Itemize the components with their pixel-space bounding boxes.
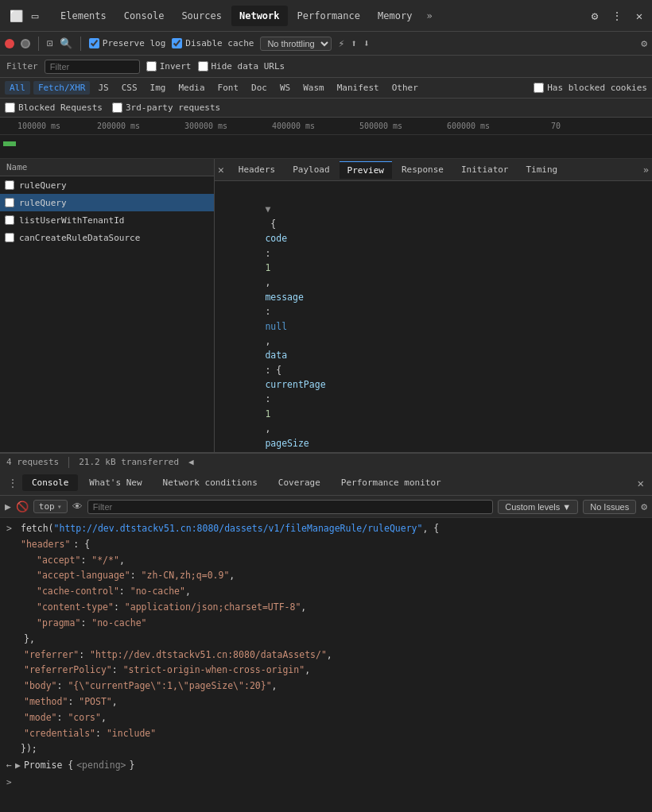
preview-panel: ✕ Headers Payload Preview Response Initi… (215, 159, 652, 452)
type-btn-css[interactable]: CSS (117, 81, 142, 95)
console-tab-bar: ⋮ Console What's New Network conditions … (0, 470, 652, 496)
network-settings-icon[interactable]: ⚙ (641, 37, 647, 49)
console-tab-network-conditions[interactable]: Network conditions (153, 474, 267, 491)
request-item-1[interactable]: ruleQuery (0, 176, 214, 194)
console-tab-whats-new[interactable]: What's New (80, 474, 151, 491)
search-icon[interactable]: 🔍 (60, 37, 72, 49)
throttle-select[interactable]: No throttling (260, 37, 332, 51)
tab-initiator[interactable]: Initiator (453, 161, 517, 178)
settings-icon[interactable]: ⚙ (587, 8, 603, 24)
has-blocked-cookies-label[interactable]: Has blocked cookies (534, 83, 647, 93)
type-btn-doc[interactable]: Doc (246, 81, 272, 95)
type-btn-ws[interactable]: WS (275, 81, 295, 95)
filter-icon[interactable]: ⊡ (47, 37, 53, 49)
tab-preview[interactable]: Preview (340, 161, 392, 179)
type-btn-wasm[interactable]: Wasm (298, 81, 329, 95)
no-issues-button[interactable]: No Issues (583, 500, 636, 514)
console-play-icon[interactable]: ▶ (5, 501, 11, 512)
tab-sources[interactable]: Sources (173, 6, 230, 26)
request-item-4[interactable]: canCreateRuleDataSource (0, 229, 214, 246)
tab-payload[interactable]: Payload (285, 161, 337, 178)
filter-input[interactable] (45, 60, 140, 74)
console-settings-icon[interactable]: ⚙ (641, 501, 647, 512)
console-ban-icon[interactable]: 🚫 (16, 501, 29, 512)
type-btn-manifest[interactable]: Manifest (332, 81, 384, 95)
type-btn-font[interactable]: Font (213, 81, 244, 95)
timeline-mark-3: 300000 ms (162, 122, 250, 130)
tab-response[interactable]: Response (394, 161, 452, 178)
console-tab-performance-monitor[interactable]: Performance monitor (332, 474, 451, 491)
request-name-4: canCreateRuleDataSource (19, 233, 140, 243)
tab-elements[interactable]: Elements (52, 6, 114, 26)
tab-network[interactable]: Network (231, 6, 288, 26)
console-close-icon[interactable]: ✕ (635, 474, 647, 493)
separator-1 (38, 37, 39, 51)
top-selector[interactable]: top ▾ (33, 500, 68, 513)
type-btn-media[interactable]: Media (173, 81, 209, 95)
invert-checkbox[interactable] (146, 61, 157, 72)
console-headers-line: > "headers": { (0, 537, 652, 553)
export-icon[interactable]: ⬇ (363, 37, 370, 49)
custom-levels-button[interactable]: Custom levels ▼ (498, 500, 578, 514)
close-icon[interactable]: ✕ (631, 8, 647, 24)
console-pragma-line: > "pragma": "no-cache" (0, 616, 652, 632)
third-party-checkbox[interactable] (112, 102, 122, 113)
type-btn-other[interactable]: Other (387, 81, 423, 95)
dock-icon-2[interactable]: ▭ (27, 8, 43, 24)
tab-memory[interactable]: Memory (370, 6, 420, 26)
console-cursor-line[interactable]: > (0, 775, 652, 791)
more-options-icon[interactable]: ⋮ (609, 8, 625, 24)
separator-2 (80, 37, 81, 51)
timeline-mark-5: 500000 ms (337, 122, 425, 130)
request-checkbox-4[interactable] (5, 233, 14, 242)
blocked-requests-checkbox[interactable] (5, 102, 15, 113)
tab-performance[interactable]: Performance (289, 6, 368, 26)
request-checkbox-2[interactable] (5, 198, 14, 207)
eye-icon[interactable]: 👁 (72, 501, 83, 512)
preview-close-icon[interactable]: ✕ (218, 164, 224, 176)
has-blocked-cookies-checkbox[interactable] (534, 83, 544, 93)
request-item-2[interactable]: ruleQuery (0, 194, 214, 211)
type-btn-all[interactable]: All (5, 81, 30, 95)
import-icon[interactable]: ⬆ (351, 37, 357, 49)
preserve-log-checkbox[interactable] (89, 38, 99, 48)
scroll-indicator[interactable]: ◀ (188, 457, 194, 467)
request-checkbox-3[interactable] (5, 215, 14, 225)
third-party-requests-label[interactable]: 3rd-party requests (112, 102, 220, 113)
request-item-3[interactable]: listUserWithTenantId (0, 211, 214, 229)
clear-button[interactable] (21, 39, 30, 48)
network-panel: Name ruleQuery ruleQuery listUserWithTen… (0, 159, 652, 453)
console-filter-input[interactable] (87, 500, 493, 514)
console-more-icon[interactable]: ⋮ (5, 474, 21, 492)
disable-cache-label[interactable]: Disable cache (172, 38, 254, 48)
console-content-type-line: > "content-type": "application/json;char… (0, 600, 652, 616)
preview-more-icon[interactable]: » (643, 164, 649, 176)
hide-data-urls-label[interactable]: Hide data URLs (198, 61, 285, 72)
request-list-header: Name (0, 159, 214, 176)
tab-headers[interactable]: Headers (231, 161, 283, 178)
dock-icons: ⬜ ▭ (5, 8, 46, 24)
record-button[interactable] (5, 39, 14, 48)
dock-icon-1[interactable]: ⬜ (8, 8, 24, 24)
console-tab-coverage[interactable]: Coverage (269, 474, 330, 491)
request-checkbox-1[interactable] (5, 180, 14, 190)
wifi-icon[interactable]: ⚡ (338, 37, 344, 49)
blocked-requests-label[interactable]: Blocked Requests (5, 102, 103, 113)
type-btn-fetch[interactable]: Fetch/XHR (33, 81, 91, 95)
invert-label[interactable]: Invert (146, 61, 192, 72)
type-filter-row: All Fetch/XHR JS CSS Img Media Font Doc … (0, 78, 652, 99)
console-output: > fetch("http://dev.dtstackv51.cn:8080/d… (0, 518, 652, 794)
tab-timing[interactable]: Timing (518, 161, 566, 178)
type-btn-img[interactable]: Img (146, 81, 171, 95)
tab-console[interactable]: Console (116, 6, 173, 26)
timeline-mark-4: 400000 ms (250, 122, 337, 130)
console-tab-console[interactable]: Console (22, 474, 78, 491)
preserve-log-label[interactable]: Preserve log (89, 38, 165, 48)
request-name-3: listUserWithTenantId (19, 215, 124, 226)
type-btn-js[interactable]: JS (93, 81, 113, 95)
disable-cache-checkbox[interactable] (172, 38, 182, 48)
hide-data-urls-checkbox[interactable] (198, 61, 208, 72)
tab-more-icon[interactable]: » (421, 7, 437, 25)
console-close-brace-line: > }); (0, 741, 652, 757)
timeline-mark-6: 600000 ms (425, 122, 512, 130)
